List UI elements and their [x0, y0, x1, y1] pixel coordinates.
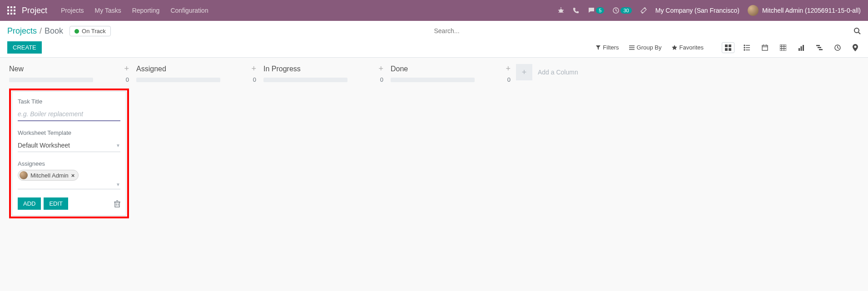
- kanban-column-assigned: Assigned + 0: [133, 64, 260, 83]
- svg-point-29: [744, 49, 745, 50]
- search-input[interactable]: [434, 25, 850, 36]
- column-count: 0: [253, 76, 256, 83]
- pivot-view-icon[interactable]: [777, 43, 789, 53]
- svg-rect-42: [803, 45, 804, 51]
- graph-view-icon[interactable]: [795, 43, 807, 53]
- kanban-board: New + 0 Task Title Worksheet Template De…: [0, 58, 868, 225]
- breadcrumb-current: Book: [45, 26, 63, 36]
- gantt-view-icon[interactable]: [813, 43, 825, 53]
- edit-button[interactable]: EDIT: [44, 197, 68, 210]
- add-column-icon[interactable]: +: [516, 64, 532, 80]
- nav-my-tasks[interactable]: My Tasks: [95, 7, 121, 14]
- svg-line-11: [558, 10, 560, 10]
- activity-view-icon[interactable]: [832, 43, 843, 53]
- add-column-label[interactable]: Add a Column: [538, 69, 578, 76]
- column-quick-add-icon[interactable]: +: [378, 64, 383, 74]
- svg-rect-0: [7, 6, 9, 8]
- nav-configuration[interactable]: Configuration: [170, 7, 208, 14]
- column-quick-add-icon[interactable]: +: [124, 64, 129, 74]
- tools-icon[interactable]: [640, 7, 647, 14]
- control-panel: Projects / Book On Track CREATE Filters: [0, 21, 868, 58]
- column-title[interactable]: In Progress: [263, 65, 301, 73]
- svg-line-13: [559, 12, 560, 13]
- list-view-icon[interactable]: [741, 43, 753, 53]
- filters-button[interactable]: Filters: [596, 44, 619, 51]
- activities-badge: 30: [620, 7, 631, 14]
- map-view-icon[interactable]: [850, 42, 861, 53]
- favorites-button[interactable]: Favorites: [672, 44, 704, 51]
- svg-rect-23: [725, 48, 728, 51]
- chevron-down-icon: ▼: [116, 182, 120, 187]
- app-brand[interactable]: Project: [22, 6, 47, 15]
- groupby-label: Group By: [637, 44, 662, 51]
- phone-icon[interactable]: [573, 7, 580, 14]
- column-progress-bar[interactable]: [391, 78, 475, 82]
- company-selector[interactable]: My Company (San Francisco): [655, 7, 739, 14]
- search-icon[interactable]: [853, 27, 861, 35]
- trash-icon[interactable]: [114, 200, 120, 207]
- svg-rect-47: [115, 202, 119, 207]
- column-quick-add-icon[interactable]: +: [251, 64, 256, 74]
- nav-reporting[interactable]: Reporting: [132, 7, 160, 14]
- assignee-name: Mitchell Admin: [30, 172, 69, 179]
- column-progress-bar[interactable]: [263, 78, 347, 82]
- svg-point-27: [744, 47, 745, 48]
- svg-rect-21: [725, 44, 728, 47]
- svg-rect-4: [10, 10, 12, 11]
- remove-tag-icon[interactable]: ×: [71, 172, 75, 179]
- calendar-view-icon[interactable]: [759, 43, 771, 53]
- status-dot-icon: [74, 29, 79, 34]
- kanban-column-done: Done + 0: [387, 64, 514, 83]
- svg-rect-5: [14, 10, 15, 11]
- worksheet-select[interactable]: Default Worksheet ▼: [18, 139, 120, 152]
- worksheet-value: Default Worksheet: [18, 142, 70, 149]
- assignee-tag[interactable]: Mitchell Admin ×: [18, 170, 79, 181]
- main-nav: Projects My Tasks Reporting Configuratio…: [61, 7, 208, 14]
- svg-rect-45: [819, 49, 823, 50]
- column-progress-bar[interactable]: [9, 78, 93, 82]
- nav-projects[interactable]: Projects: [61, 7, 84, 14]
- column-title[interactable]: New: [9, 65, 24, 73]
- svg-line-17: [858, 32, 860, 34]
- svg-line-14: [562, 12, 563, 13]
- apps-icon[interactable]: [7, 6, 15, 15]
- breadcrumb: Projects / Book: [7, 26, 63, 36]
- column-title[interactable]: Done: [391, 65, 408, 73]
- user-menu[interactable]: Mitchell Admin (12056911-15-0-all): [748, 5, 861, 16]
- worksheet-label: Worksheet Template: [18, 129, 120, 136]
- svg-point-25: [744, 45, 745, 46]
- svg-rect-22: [729, 44, 731, 47]
- bug-icon[interactable]: [557, 7, 565, 14]
- breadcrumb-separator: /: [40, 26, 42, 36]
- groupby-button[interactable]: Group By: [629, 44, 662, 51]
- svg-rect-2: [14, 6, 15, 8]
- view-switcher: [722, 42, 861, 53]
- status-pill[interactable]: On Track: [69, 26, 111, 36]
- svg-rect-31: [762, 45, 768, 50]
- filters-label: Filters: [603, 44, 619, 51]
- column-count: 0: [507, 76, 511, 83]
- svg-rect-3: [7, 10, 9, 11]
- task-title-input[interactable]: [18, 108, 120, 121]
- assignees-field[interactable]: Mitchell Admin × ▼: [18, 170, 120, 189]
- column-progress-bar[interactable]: [136, 78, 220, 82]
- svg-rect-40: [799, 48, 800, 51]
- svg-rect-8: [14, 13, 15, 15]
- kanban-column-in-progress: In Progress + 0: [260, 64, 387, 83]
- create-button[interactable]: CREATE: [7, 41, 42, 54]
- svg-rect-1: [10, 6, 12, 8]
- activities-icon[interactable]: 30: [612, 7, 631, 14]
- kanban-view-icon[interactable]: [722, 42, 734, 53]
- add-button[interactable]: ADD: [18, 197, 41, 210]
- breadcrumb-parent[interactable]: Projects: [7, 26, 37, 36]
- task-title-label: Task Title: [18, 98, 120, 105]
- column-title[interactable]: Assigned: [136, 65, 166, 73]
- messages-icon[interactable]: 5: [588, 7, 604, 14]
- add-column-wrap: + Add a Column: [516, 64, 578, 80]
- avatar: [748, 5, 759, 16]
- column-count: 0: [380, 76, 383, 83]
- quick-create-card: Task Title Worksheet Template Default Wo…: [12, 91, 126, 216]
- column-quick-add-icon[interactable]: +: [506, 64, 511, 74]
- topbar: Project Projects My Tasks Reporting Conf…: [0, 0, 868, 21]
- svg-rect-6: [7, 13, 9, 15]
